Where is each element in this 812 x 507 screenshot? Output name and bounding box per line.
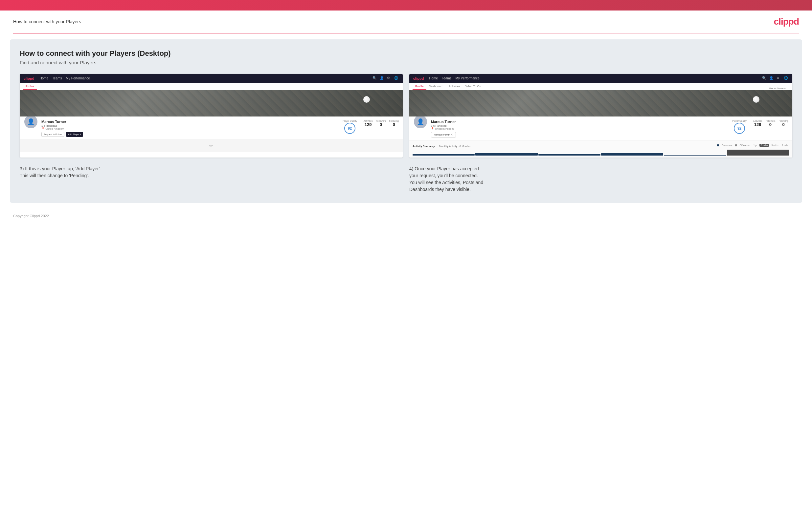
right-golf-banner xyxy=(409,90,792,116)
activity-subtitle: Monthly Activity · 6 Months xyxy=(439,145,470,148)
right-profile-info: Marcus Turner 1-5 Handicap 📍 United King… xyxy=(431,120,729,137)
caption-right-text: 4) Once your Player has acceptedyour req… xyxy=(409,166,483,192)
legend-off-course-label: Off course xyxy=(740,144,750,146)
left-nav-performance: My Performance xyxy=(66,76,90,80)
right-nav-home: Home xyxy=(429,76,438,80)
activity-controls: On course Off course 1 yr 6 mths 3 mths … xyxy=(717,144,789,147)
right-globe-icon: 🌐 xyxy=(784,76,789,81)
pencil-icon: ✏ xyxy=(209,143,213,148)
caption-left-text: 3) If this is your Player tap, 'Add Play… xyxy=(20,166,101,178)
filter-1mth[interactable]: 1 mth xyxy=(780,144,789,147)
right-stat-following: Following 0 xyxy=(778,120,789,127)
right-tabs: Profile Dashboard Activities What To On … xyxy=(409,83,792,90)
main-content: How to connect with your Players (Deskto… xyxy=(10,39,802,203)
page-subheading: Find and connect with your Players xyxy=(20,60,792,65)
remove-player-x-icon: ✕ xyxy=(451,133,453,136)
bar-1 xyxy=(413,154,475,156)
tab-dashboard-right[interactable]: Dashboard xyxy=(426,84,446,90)
bar-3 xyxy=(539,154,601,156)
right-quality-label: Player Quality xyxy=(732,120,747,122)
search-icon: 🔍 xyxy=(372,76,377,81)
left-golf-ball xyxy=(363,96,370,103)
bar-2 xyxy=(475,153,538,155)
clippd-logo: clippd xyxy=(774,16,799,27)
activity-summary: Activity Summary Monthly Activity · 6 Mo… xyxy=(409,140,792,158)
filter-3mths[interactable]: 3 mths xyxy=(770,144,779,147)
activity-title: Activity Summary xyxy=(413,145,435,148)
marcus-turner-dropdown[interactable]: Marcus Turner ▾ xyxy=(769,87,789,90)
filter-1yr[interactable]: 1 yr xyxy=(752,144,759,147)
left-pencil-area: ✏ xyxy=(20,139,403,152)
right-stat-followers: Followers 0 xyxy=(765,120,775,127)
activity-header: Activity Summary Monthly Activity · 6 Mo… xyxy=(413,143,789,148)
left-stat-followers: Followers 0 xyxy=(376,120,386,127)
header: How to connect with your Players clippd xyxy=(0,10,812,33)
footer: Copyright Clippd 2022 xyxy=(0,209,812,223)
left-avatar-icon: 👤 xyxy=(27,118,35,125)
left-player-handicap: 1-5 Handicap xyxy=(41,124,339,127)
right-quality-circle: 92 xyxy=(734,123,745,134)
left-stat-following: Following 0 xyxy=(389,120,399,127)
right-navbar: clippd Home Teams My Performance 🔍 👤 ⚙ 🌐 xyxy=(409,74,792,83)
left-nav-icons: 🔍 👤 ⚙ 🌐 xyxy=(372,76,399,81)
left-banner-overlay xyxy=(20,90,403,116)
right-player-name: Marcus Turner xyxy=(431,120,729,124)
right-nav-performance: My Performance xyxy=(456,76,479,80)
caption-right: 4) Once your Player has acceptedyour req… xyxy=(409,165,792,193)
tab-profile-right[interactable]: Profile xyxy=(413,84,426,90)
bar-5 xyxy=(664,155,726,156)
right-user-icon: 👤 xyxy=(769,76,774,81)
caption-left: 3) If this is your Player tap, 'Add Play… xyxy=(20,165,403,193)
right-search-icon: 🔍 xyxy=(762,76,767,81)
right-player-handicap: 1-5 Handicap xyxy=(431,124,729,127)
activity-title-group: Activity Summary Monthly Activity · 6 Mo… xyxy=(413,143,470,148)
legend-on-course-label: On course xyxy=(722,144,732,146)
screenshot-right: clippd Home Teams My Performance 🔍 👤 ⚙ 🌐… xyxy=(409,74,792,158)
left-quality-circle: 92 xyxy=(344,123,355,134)
right-settings-icon: ⚙ xyxy=(776,76,781,81)
right-profile-buttons: Remove Player ✕ xyxy=(431,132,729,137)
right-stats-row: Activities 129 Followers 0 Following 0 xyxy=(753,120,789,127)
screenshot-left: clippd Home Teams My Performance 🔍 👤 ⚙ 🌐… xyxy=(20,74,403,158)
left-profile-buttons: Request to Follow Add Player + xyxy=(41,132,339,137)
request-follow-button[interactable]: Request to Follow xyxy=(41,132,64,137)
left-stats-row: Activities 129 Followers 0 Following 0 xyxy=(364,120,399,127)
remove-player-button[interactable]: Remove Player ✕ xyxy=(431,132,456,137)
right-nav-icons: 🔍 👤 ⚙ 🌐 xyxy=(762,76,789,81)
tab-activities-right[interactable]: Activities xyxy=(446,84,463,90)
left-avatar: 👤 xyxy=(23,115,38,129)
add-player-button[interactable]: Add Player + xyxy=(66,132,83,137)
bar-4 xyxy=(601,153,663,155)
left-nav-logo: clippd xyxy=(23,76,34,80)
filter-6mths[interactable]: 6 mths xyxy=(759,144,769,147)
captions-row: 3) If this is your Player tap, 'Add Play… xyxy=(20,165,792,193)
right-golf-ball xyxy=(753,96,759,103)
top-bar xyxy=(0,0,812,10)
left-player-country: 📍 United Kingdom xyxy=(41,127,339,130)
header-title: How to connect with your Players xyxy=(13,19,81,24)
left-player-name: Marcus Turner xyxy=(41,120,339,124)
right-player-country: 📍 United Kingdom xyxy=(431,127,729,130)
left-tabs: Profile xyxy=(20,83,403,90)
settings-icon: ⚙ xyxy=(387,76,392,81)
globe-icon: 🌐 xyxy=(394,76,399,81)
tab-profile-left[interactable]: Profile xyxy=(23,84,37,90)
right-nav-teams: Teams xyxy=(442,76,451,80)
header-divider xyxy=(13,33,799,34)
left-quality-label: Player Quality xyxy=(343,120,357,122)
left-stat-activities: Activities 129 xyxy=(364,120,373,127)
right-banner-overlay xyxy=(409,90,792,116)
user-icon: 👤 xyxy=(380,76,384,81)
right-avatar-icon: 👤 xyxy=(417,118,424,125)
left-nav-teams: Teams xyxy=(52,76,62,80)
legend-off-course xyxy=(735,145,737,146)
legend: On course Off course xyxy=(717,144,750,146)
tab-what-to-on-right[interactable]: What To On xyxy=(463,84,484,90)
screenshots-row: clippd Home Teams My Performance 🔍 👤 ⚙ 🌐… xyxy=(20,74,792,158)
left-navbar: clippd Home Teams My Performance 🔍 👤 ⚙ 🌐 xyxy=(20,74,403,83)
right-tabs-left: Profile Dashboard Activities What To On xyxy=(413,84,484,90)
right-profile-section: 👤 Marcus Turner 1-5 Handicap 📍 United Ki… xyxy=(409,116,792,140)
page-heading: How to connect with your Players (Deskto… xyxy=(20,49,792,58)
legend-on-course xyxy=(717,145,719,146)
activity-chart xyxy=(413,150,789,156)
